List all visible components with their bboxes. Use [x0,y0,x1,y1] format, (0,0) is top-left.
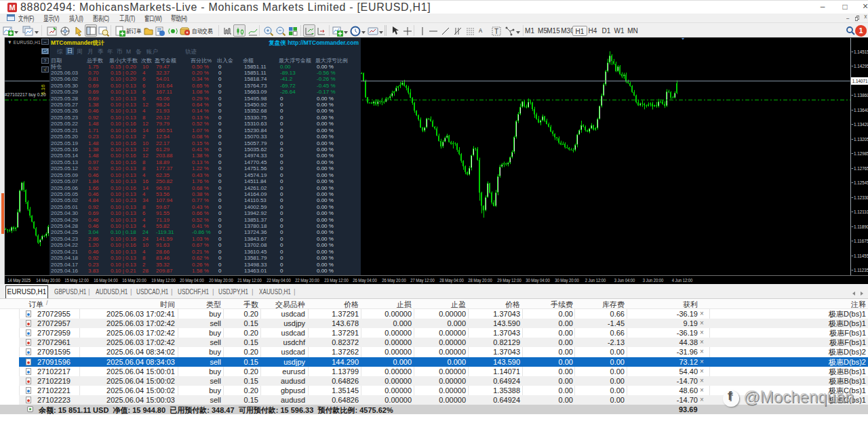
svg-text:T: T [494,28,498,35]
